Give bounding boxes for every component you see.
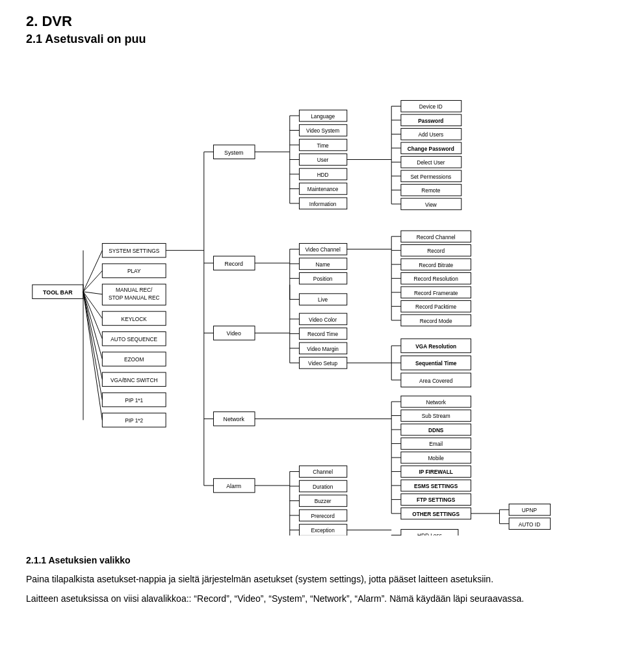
svg-text:Record Packtime: Record Packtime — [415, 304, 457, 310]
svg-text:Network: Network — [224, 416, 245, 422]
svg-text:ESMS SETTINGS: ESMS SETTINGS — [414, 483, 458, 489]
svg-text:Video Margin: Video Margin — [307, 346, 339, 352]
svg-text:System: System — [224, 149, 243, 156]
svg-text:SYSTEM SETTINGS: SYSTEM SETTINGS — [109, 248, 159, 254]
svg-text:User: User — [317, 157, 329, 163]
svg-text:Device ID: Device ID — [419, 103, 443, 110]
section-subtitle: 2.1.1 Asetuksien valikko — [26, 553, 598, 567]
svg-text:AUTO SEQUENCE: AUTO SEQUENCE — [110, 336, 157, 342]
svg-text:Mobile: Mobile — [428, 455, 444, 461]
svg-text:Language: Language — [311, 113, 335, 120]
svg-text:Password: Password — [418, 118, 443, 124]
svg-text:Record Time: Record Time — [307, 331, 338, 337]
svg-text:Record Mode: Record Mode — [420, 318, 452, 324]
svg-line-23 — [83, 292, 102, 294]
svg-text:Name: Name — [316, 261, 331, 268]
svg-text:Area Covered: Area Covered — [419, 378, 453, 384]
svg-text:Record Bitrate: Record Bitrate — [419, 262, 453, 268]
svg-text:PIP 1*2: PIP 1*2 — [125, 417, 143, 424]
svg-text:MANUAL REC/: MANUAL REC/ — [116, 287, 153, 293]
svg-text:Network: Network — [426, 399, 446, 406]
paragraph2: Laitteen asetuksissa on viisi alavalikko… — [26, 591, 598, 606]
page-heading1: 2. DVR — [26, 13, 598, 30]
svg-text:Record: Record — [225, 261, 243, 267]
svg-text:Prerecord: Prerecord — [311, 513, 335, 519]
svg-line-25 — [83, 292, 102, 339]
svg-text:Add Users: Add Users — [418, 131, 443, 138]
svg-text:Video Channel: Video Channel — [305, 246, 340, 253]
svg-text:Maintenance: Maintenance — [307, 186, 339, 192]
svg-text:VGA Resolution: VGA Resolution — [415, 343, 456, 350]
svg-text:Live: Live — [318, 297, 328, 304]
svg-text:Video Setup: Video Setup — [308, 360, 337, 367]
svg-text:PIP 1*1: PIP 1*1 — [125, 397, 143, 404]
svg-text:Sub Stream: Sub Stream — [422, 413, 450, 419]
svg-text:HDD: HDD — [317, 172, 329, 178]
svg-line-21 — [83, 250, 102, 292]
svg-text:Record Framerate: Record Framerate — [414, 290, 458, 296]
svg-text:Exception: Exception — [311, 527, 335, 534]
svg-text:DDNS: DDNS — [428, 427, 444, 433]
svg-text:Time: Time — [317, 142, 330, 149]
svg-text:Position: Position — [313, 276, 333, 282]
svg-text:EZOOM: EZOOM — [124, 356, 144, 363]
svg-text:IP FIREWALL: IP FIREWALL — [419, 469, 452, 475]
svg-text:HDD Loss: HDD Loss — [417, 532, 442, 536]
svg-text:STOP MANUAL REC: STOP MANUAL REC — [109, 294, 160, 301]
svg-text:Record: Record — [427, 248, 445, 254]
svg-text:Sequential Time: Sequential Time — [415, 360, 457, 367]
page-heading2: 2.1 Asetusvali on puu — [26, 32, 598, 46]
svg-text:Video: Video — [227, 330, 241, 337]
svg-text:OTHER SETTINGS: OTHER SETTINGS — [412, 511, 460, 517]
svg-text:View: View — [425, 201, 437, 208]
svg-text:Email: Email — [429, 441, 443, 447]
svg-text:Video System: Video System — [306, 127, 339, 134]
svg-text:Channel: Channel — [313, 469, 333, 475]
footer-section: 2.1.1 Asetuksien valikko Paina tilapalki… — [26, 553, 598, 606]
svg-text:AUTO ID: AUTO ID — [519, 521, 541, 528]
svg-text:Remote: Remote — [421, 187, 440, 194]
svg-text:Set Permessions: Set Permessions — [410, 174, 451, 180]
svg-text:Delect User: Delect User — [417, 159, 445, 166]
svg-text:VGA/BNC SWITCH: VGA/BNC SWITCH — [110, 377, 157, 383]
svg-text:KEYLOCK: KEYLOCK — [122, 316, 148, 322]
svg-line-26 — [83, 292, 102, 359]
svg-text:TOOL BAR: TOOL BAR — [43, 289, 73, 296]
svg-text:Duration: Duration — [313, 484, 333, 490]
svg-text:Record Channel: Record Channel — [417, 234, 456, 240]
svg-text:UPNP: UPNP — [522, 507, 538, 513]
svg-text:Record Resolution: Record Resolution — [414, 276, 459, 282]
svg-text:Buzzer: Buzzer — [315, 498, 332, 504]
svg-text:FTP SETTINGS: FTP SETTINGS — [417, 497, 456, 504]
svg-text:PLAY: PLAY — [127, 268, 141, 275]
svg-text:Information: Information — [309, 201, 337, 207]
paragraph1: Paina tilapalkista asetukset-nappia ja s… — [26, 572, 598, 586]
svg-text:Alarm: Alarm — [226, 483, 241, 489]
diagram-area: TOOL BAR SYSTEM SETTINGS PLAY MANUAL REC… — [26, 59, 598, 537]
svg-line-28 — [83, 292, 102, 400]
svg-text:Video Color: Video Color — [309, 317, 337, 323]
svg-line-29 — [83, 292, 102, 420]
svg-text:Change Password: Change Password — [408, 146, 454, 152]
svg-line-22 — [83, 271, 102, 292]
